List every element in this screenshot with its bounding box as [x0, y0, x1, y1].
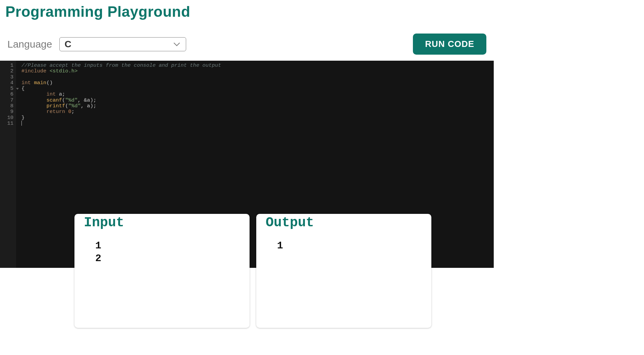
code-line[interactable]: [21, 121, 221, 127]
line-number: 4: [0, 80, 16, 86]
toolbar: Language C RUN CODE: [0, 23, 494, 61]
io-panels: Input 1 2 Output 1: [74, 214, 431, 328]
line-number: 3: [0, 74, 16, 80]
code-line[interactable]: scanf("%d", &a);: [21, 98, 221, 103]
line-number: 9: [0, 109, 16, 115]
input-title: Input: [84, 220, 240, 226]
code-line[interactable]: int a;: [21, 92, 221, 97]
code-line[interactable]: printf("%d", a);: [21, 103, 221, 109]
input-card: Input 1 2: [74, 214, 250, 328]
editor-gutter: 1234567891011: [0, 61, 16, 268]
code-line[interactable]: #include <stdio.h>: [21, 68, 221, 74]
line-number: 8: [0, 103, 16, 109]
line-number: 7: [0, 98, 16, 103]
editor-cursor: [21, 121, 22, 126]
line-number: 1: [0, 63, 16, 68]
code-line[interactable]: //Please accept the inputs from the cons…: [21, 63, 221, 68]
input-body[interactable]: 1 2: [84, 226, 240, 265]
code-line[interactable]: [21, 74, 221, 80]
line-number: 11: [0, 121, 16, 126]
output-card: Output 1: [256, 214, 431, 328]
code-line[interactable]: int main(): [21, 80, 221, 86]
page-title: Programming Playground: [0, 0, 494, 23]
output-title: Output: [266, 220, 422, 226]
language-group: Language C: [7, 37, 186, 51]
line-number: 2: [0, 68, 16, 74]
editor-code[interactable]: //Please accept the inputs from the cons…: [16, 61, 221, 127]
line-number: 10: [0, 115, 16, 121]
code-line[interactable]: return 0;: [21, 109, 221, 115]
language-label: Language: [7, 39, 52, 50]
code-editor[interactable]: 1234567891011 //Please accept the inputs…: [0, 61, 494, 268]
line-number: 5: [0, 86, 16, 92]
code-line[interactable]: {: [21, 86, 221, 92]
code-line[interactable]: }: [21, 115, 221, 121]
run-code-button[interactable]: RUN CODE: [413, 34, 486, 55]
chevron-down-icon: [172, 40, 181, 49]
line-number: 6: [0, 92, 16, 97]
language-value: C: [64, 39, 71, 50]
language-select[interactable]: C: [59, 37, 186, 51]
